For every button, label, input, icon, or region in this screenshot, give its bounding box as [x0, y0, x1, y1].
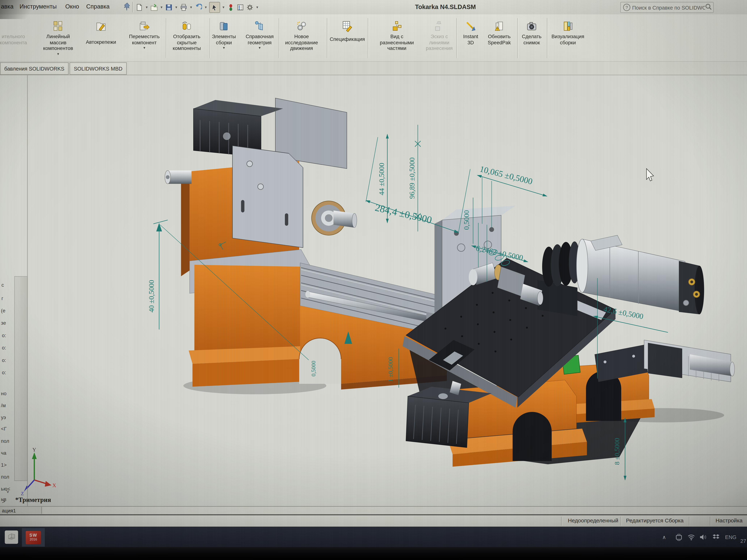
smart-fasteners-icon: [81, 17, 121, 32]
ribbon-assembly-visualization-button[interactable]: Визуализация сборки: [548, 17, 588, 45]
save-icon[interactable]: [165, 3, 173, 11]
undo-icon[interactable]: [195, 3, 203, 11]
chevron-down-icon[interactable]: ▾: [255, 5, 259, 9]
tablet-mode-icon[interactable]: [674, 532, 684, 542]
chevron-down-icon[interactable]: ▾: [204, 46, 244, 50]
bill-of-materials-icon: [327, 17, 367, 32]
tree-fragment: зе: [1, 320, 6, 326]
taskbar-app-icon[interactable]: [5, 531, 18, 544]
rebuild-stoplight-icon[interactable]: [227, 3, 235, 11]
chevron-down-icon[interactable]: ▾: [222, 5, 225, 9]
ribbon-smart-fasteners-button[interactable]: Автокрепежи: [81, 17, 121, 45]
chevron-down-icon[interactable]: ▾: [145, 5, 149, 9]
tab-solidworks-mbd[interactable]: SOLIDWORKS MBD: [70, 62, 127, 75]
open-icon[interactable]: [150, 3, 158, 11]
feature-tree-scrollbar[interactable]: [14, 276, 28, 481]
help-icon: ?: [623, 4, 630, 11]
volume-icon[interactable]: [698, 532, 709, 542]
graphics-area[interactable]: [0, 75, 747, 506]
tab-solidworks-addins[interactable]: бавления SOLIDWORKS: [0, 62, 69, 75]
search-icon[interactable]: [705, 3, 712, 11]
tree-fragment: о:: [2, 370, 6, 375]
tree-fragment: о:: [2, 345, 6, 350]
properties-icon[interactable]: [236, 3, 244, 11]
tray-chevron-icon[interactable]: ∧: [662, 532, 666, 542]
tree-fragment: с: [1, 282, 4, 288]
command-manager-ribbon: ительного компонента Линейный массив ком…: [0, 14, 747, 62]
toolbar-separator: [132, 2, 133, 12]
print-icon[interactable]: [180, 3, 188, 11]
status-customize[interactable]: Настройка: [716, 518, 743, 524]
tree-fragment: (е: [1, 308, 5, 314]
chevron-down-icon[interactable]: ▾: [160, 5, 163, 9]
panel-divider[interactable]: [27, 75, 28, 506]
ribbon-separator: [279, 18, 279, 58]
menu-item-tools[interactable]: Инструменты: [20, 3, 57, 10]
menu-item-edit[interactable]: авка: [1, 3, 14, 10]
expand-arrow-icon[interactable]: >: [2, 498, 5, 505]
motion-study-icon: [282, 17, 321, 32]
tree-fragment: уэ: [1, 414, 6, 420]
ribbon-snapshot-button[interactable]: Сделать снимок: [512, 17, 551, 45]
language-indicator[interactable]: ENG: [725, 532, 737, 542]
taskbar-solidworks-button[interactable]: SW 2016: [22, 528, 45, 547]
windows-taskbar: SW 2016 ∧ ENG 27: [0, 527, 747, 548]
quick-access-toolbar: ▾ ▾ ▾ ▾ ▾ ▾ ▾: [135, 1, 259, 13]
pin-icon[interactable]: [124, 2, 130, 13]
status-separator: [689, 516, 690, 526]
select-icon[interactable]: [209, 2, 220, 13]
ribbon-exploded-view-button[interactable]: Вид с разнесенными частями: [377, 17, 417, 51]
reference-geometry-icon: [239, 17, 280, 32]
solidworks-2016-icon: SW 2016: [26, 531, 41, 544]
tree-fragment: 1>: [1, 462, 7, 468]
ribbon-reference-geometry-button[interactable]: Справочная геометрия ▾: [239, 17, 280, 50]
tree-fragment: но: [1, 391, 6, 396]
status-separator: [710, 516, 711, 526]
chevron-down-icon[interactable]: ▾: [124, 46, 164, 50]
help-search-box[interactable]: ? Поиск в Справке по SOLIDWORKS: [620, 2, 714, 13]
search-placeholder: Поиск в Справке по SOLIDWORKS: [632, 4, 705, 10]
tree-fragment: о:: [2, 332, 6, 338]
tree-fragment: г: [1, 295, 3, 301]
configuration-tab-bar: ация1: [0, 506, 747, 515]
linear-pattern-icon: [38, 17, 78, 32]
collapse-chevron-icon[interactable]: v: [7, 488, 9, 494]
ribbon-bom-button[interactable]: Спецификация: [327, 17, 367, 42]
command-manager-tabs: бавления SOLIDWORKS SOLIDWORKS MBD: [0, 61, 747, 75]
chevron-down-icon[interactable]: ▾: [38, 52, 78, 56]
ribbon-separator: [166, 18, 166, 58]
status-separator: [561, 516, 562, 526]
status-separator: [620, 516, 621, 526]
tree-fragment: ча: [1, 450, 6, 456]
menu-item-help[interactable]: Справка: [86, 3, 110, 10]
ribbon-motion-study-button[interactable]: Новое исследование движения: [282, 17, 321, 51]
ribbon-show-hidden-button[interactable]: Отобразить скрытые компоненты: [167, 17, 207, 51]
chevron-down-icon[interactable]: ▾: [175, 5, 178, 9]
tree-fragment: /м: [1, 402, 6, 408]
chevron-down-icon[interactable]: ▾: [239, 46, 280, 50]
new-document-icon[interactable]: [135, 3, 144, 11]
chevron-down-icon[interactable]: ▾: [189, 5, 193, 9]
dropbox-icon[interactable]: [711, 532, 721, 542]
view-orientation-label: *Триметрия: [15, 496, 51, 504]
ribbon-assembly-features-button[interactable]: Элементы сборки ▾: [204, 17, 244, 50]
options-gear-icon[interactable]: [246, 3, 254, 11]
tab-configuration[interactable]: ация1: [0, 507, 42, 514]
tree-fragment: о:: [2, 357, 6, 363]
ribbon-separator: [368, 18, 368, 58]
wifi-icon[interactable]: [686, 532, 696, 542]
tree-fragment: пол: [1, 474, 9, 480]
monitor-photo: авка Инструменты Окно Справка ▾ ▾ ▾ ▾ ▾ …: [0, 0, 747, 560]
menu-item-window[interactable]: Окно: [65, 3, 79, 10]
tree-fragment: пол: [1, 438, 9, 444]
tree-fragment: <Г: [1, 426, 6, 432]
clock[interactable]: 27: [740, 536, 746, 546]
ribbon-move-component-button[interactable]: Переместить компонент ▾: [124, 17, 164, 50]
ribbon-linear-pattern-button[interactable]: Линейный массив компонентов ▾: [38, 17, 78, 56]
document-title: Tokarka N4.SLDASM: [386, 3, 505, 10]
monitor-bezel: LG: [0, 547, 747, 560]
status-underdefined: Недоопределенный: [568, 518, 618, 524]
chevron-down-icon[interactable]: ▾: [204, 5, 208, 9]
assembly-visualization-icon: [548, 17, 588, 32]
take-snapshot-icon: [512, 17, 551, 32]
